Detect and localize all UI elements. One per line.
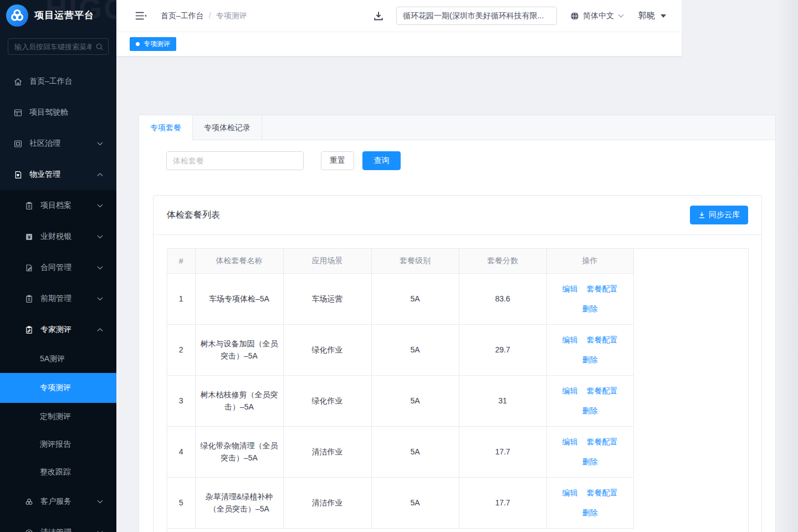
package-config-link[interactable]: 套餐配置 — [587, 487, 618, 499]
sidebar-item-custom-evaluation[interactable]: 定制测评 — [0, 403, 116, 431]
sidebar-item-finance-tax[interactable]: ¥ 业财税银 — [0, 221, 116, 252]
package-config-link[interactable]: 套餐配置 — [587, 334, 618, 346]
edit-link[interactable]: 编辑 — [562, 385, 578, 397]
user-menu[interactable]: 郭晓 — [638, 11, 666, 21]
sidebar-item-5a-evaluation[interactable]: 5A测评 — [0, 345, 116, 373]
breadcrumb-current: 专项测评 — [216, 11, 247, 20]
chevron-up-icon — [97, 173, 103, 176]
edit-link[interactable]: 编辑 — [562, 334, 578, 346]
package-search-input[interactable] — [166, 151, 304, 170]
table-row: 5 杂草清理&绿植补种（全员突击）–5A 清洁作业 5A 17.7 编辑 套餐配… — [167, 477, 633, 528]
search-icon — [95, 43, 104, 51]
package-config-link[interactable]: 套餐配置 — [587, 283, 618, 295]
chevron-down-icon — [97, 235, 103, 238]
package-list-card: 体检套餐列表 同步云库 # 体检套餐名称 应用场景 — [153, 195, 762, 532]
sidebar-item-community-governance[interactable]: 社区治理 — [0, 128, 116, 159]
download-icon[interactable] — [373, 11, 384, 22]
sidebar-item-evaluation-report[interactable]: 测评报告 — [0, 431, 116, 458]
main-card: 专项套餐 专项体检记录 重置 查询 体检套餐列表 同步云库 — [139, 115, 776, 532]
chevron-up-icon — [97, 328, 103, 331]
page-tag-bar: 专项测评 — [116, 32, 682, 56]
sidebar-item-project-cockpit[interactable]: 项目驾驶舱 — [0, 97, 116, 128]
globe-icon — [570, 12, 579, 21]
community-icon — [13, 139, 23, 149]
edit-link[interactable]: 编辑 — [562, 487, 578, 499]
package-config-link[interactable]: 套餐配置 — [587, 385, 618, 397]
table-row: 3 树木枯枝修剪（全员突击）–5A 绿化作业 5A 31 编辑 套餐配置 删除 — [167, 375, 633, 426]
language-switcher[interactable]: 简体中文 — [570, 11, 624, 21]
username: 郭晓 — [638, 11, 655, 21]
table-row: 4 绿化带杂物清理（全员突击）–5A 清洁作业 5A 17.7 编辑 套餐配置 … — [167, 426, 633, 477]
home-icon — [13, 77, 23, 86]
sidebar-menu: 首页–工作台 项目驾驶舱 社区治理 物业管理 项目档案 ¥ 业财税银 — [0, 66, 116, 532]
tabs-bar: 专项套餐 专项体检记录 — [139, 115, 775, 140]
clean-icon — [24, 528, 34, 532]
expert-icon — [24, 325, 34, 335]
reset-button[interactable]: 重置 — [321, 151, 354, 170]
contract-icon — [24, 263, 34, 273]
chevron-down-icon — [97, 500, 103, 503]
early-stage-icon — [24, 294, 34, 304]
col-index: # — [167, 249, 195, 273]
sidebar-item-property-management[interactable]: 物业管理 — [0, 159, 116, 190]
breadcrumb-root[interactable]: 首页–工作台 — [161, 11, 204, 20]
menu-collapse-icon[interactable] — [135, 11, 147, 21]
tab-special-package[interactable]: 专项套餐 — [139, 115, 193, 140]
delete-link[interactable]: 删除 — [582, 304, 598, 313]
page-right-gutter — [776, 0, 798, 532]
chevron-down-icon — [97, 204, 103, 207]
delete-link[interactable]: 删除 — [582, 508, 598, 517]
col-level: 套餐级别 — [371, 249, 459, 273]
sync-cloud-button[interactable]: 同步云库 — [690, 206, 748, 224]
table-header-row: # 体检套餐名称 应用场景 套餐级别 套餐分数 操作 — [167, 249, 633, 273]
sidebar: HIGORE 项目运营平台 首页–工作台 — [0, 0, 116, 532]
logo-icon — [6, 4, 28, 27]
dashboard-icon — [13, 108, 23, 117]
filter-bar: 重置 查询 — [166, 151, 401, 170]
package-list-header: 体检套餐列表 同步云库 — [154, 196, 761, 235]
svg-text:¥: ¥ — [28, 234, 31, 239]
delete-link[interactable]: 删除 — [582, 355, 598, 364]
sidebar-item-early-stage[interactable]: 前期管理 — [0, 283, 116, 314]
sidebar-item-project-archive[interactable]: 项目档案 — [0, 190, 116, 221]
sidebar-item-expert-evaluation[interactable]: 专家测评 — [0, 314, 116, 345]
property-icon — [13, 170, 23, 180]
project-select[interactable]: 循环花园一期(深圳市美好循环科技有限... — [396, 7, 557, 25]
package-table: # 体检套餐名称 应用场景 套餐级别 套餐分数 操作 1 车场专项体检–5A 车 — [167, 248, 749, 532]
col-score: 套餐分数 — [459, 249, 546, 273]
sidebar-item-home-workbench[interactable]: 首页–工作台 — [0, 66, 116, 97]
col-name: 体检套餐名称 — [195, 249, 283, 273]
delete-link[interactable]: 删除 — [582, 457, 598, 466]
query-button[interactable]: 查询 — [362, 151, 401, 170]
app-logo[interactable]: HIGORE 项目运营平台 — [0, 0, 116, 30]
top-header: 首页–工作台/专项测评 循环花园一期(深圳市美好循环科技有限... 简体中文 郭… — [116, 0, 682, 32]
tag-dot-icon — [136, 42, 140, 46]
app-title: 项目运营平台 — [34, 9, 94, 22]
tab-special-checkup-records[interactable]: 专项体检记录 — [193, 115, 262, 140]
chevron-down-icon — [618, 14, 624, 18]
caret-down-icon — [661, 14, 666, 21]
table-row: 2 树木与设备加固（全员突击）–5A 绿化作业 5A 29.7 编辑 套餐配置 … — [167, 324, 633, 375]
archive-icon — [24, 201, 34, 211]
chevron-down-icon — [97, 266, 103, 269]
sidebar-submenu: 项目档案 ¥ 业财税银 合同管理 前期管理 专家测评 — [0, 190, 116, 532]
sidebar-item-rectification-tracking[interactable]: 整改跟踪 — [0, 458, 116, 486]
active-page-tag[interactable]: 专项测评 — [130, 37, 176, 51]
finance-icon: ¥ — [24, 232, 34, 242]
edit-link[interactable]: 编辑 — [562, 283, 578, 295]
sync-download-icon — [698, 211, 705, 219]
sidebar-item-customer-service[interactable]: 客户服务 — [0, 486, 116, 517]
package-config-link[interactable]: 套餐配置 — [587, 436, 618, 448]
edit-link[interactable]: 编辑 — [562, 436, 578, 448]
breadcrumb: 首页–工作台/专项测评 — [161, 11, 247, 21]
chevron-down-icon — [97, 142, 103, 145]
chevron-down-icon — [97, 297, 103, 300]
sidebar-item-contract-management[interactable]: 合同管理 — [0, 252, 116, 283]
delete-link[interactable]: 删除 — [582, 406, 598, 415]
sidebar-item-cleaning-management[interactable]: 清洁管理 — [0, 517, 116, 532]
customer-icon — [24, 497, 34, 507]
sidebar-item-special-evaluation[interactable]: 专项测评 — [0, 373, 116, 403]
col-scene: 应用场景 — [283, 249, 371, 273]
menu-search-input[interactable] — [8, 38, 109, 55]
language-label: 简体中文 — [583, 11, 614, 21]
